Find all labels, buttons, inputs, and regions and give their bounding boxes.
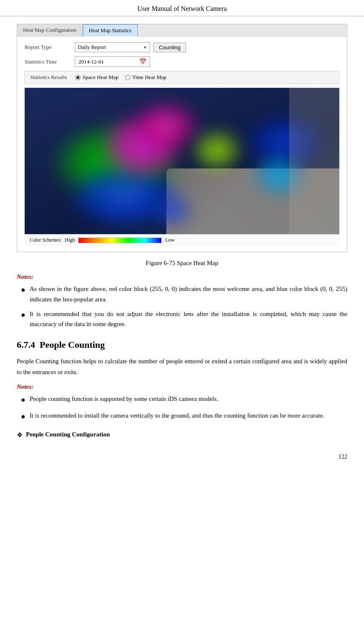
- heatmap-image: [25, 88, 339, 234]
- list-item: ● It is recommended that you do not adju…: [21, 309, 347, 330]
- notes-list-2: ● People counting function is supported …: [21, 394, 347, 423]
- calendar-icon: 📅: [139, 58, 146, 65]
- time-heat-map-option[interactable]: Time Heat Map: [125, 74, 166, 81]
- notes-section-1: Notes: ● As shown in the figure above, r…: [17, 273, 347, 329]
- bullet-icon: ●: [21, 284, 25, 296]
- statistics-results-bar: Statistics Results Space Heat Map Time H…: [25, 71, 339, 84]
- color-scheme-bar: Color Schemes: High Low: [25, 234, 339, 246]
- bullet-icon: ●: [21, 309, 25, 321]
- high-label: High: [65, 237, 75, 243]
- notes-heading-1: Notes:: [17, 273, 347, 280]
- panel-body: Report Type Daily Report ▼ Counting Stat…: [17, 36, 347, 252]
- select-arrow-icon: ▼: [143, 45, 147, 50]
- statistics-time-row: Statistics Time 2014-12-01 📅: [25, 56, 339, 67]
- gradient-bar: [78, 237, 162, 243]
- list-item: ● People counting function is supported …: [21, 394, 347, 406]
- people-counting-config-label: People Counting Configuration: [26, 429, 110, 440]
- counting-button[interactable]: Counting: [153, 43, 186, 52]
- diamond-icon: ❖: [17, 430, 23, 441]
- body-paragraph: People Counting function helps to calcul…: [17, 356, 347, 377]
- notes-list-1: ● As shown in the figure above, red colo…: [21, 284, 347, 329]
- tab-heat-map-stats[interactable]: Heat Map Statistics: [83, 24, 138, 36]
- notes-heading-2: Notes:: [17, 383, 347, 390]
- diamond-item: ❖ People Counting Configuration: [17, 429, 347, 441]
- notes-section-2: Notes: ● People counting function is sup…: [17, 383, 347, 423]
- space-heat-map-radio[interactable]: [75, 75, 81, 80]
- color-scheme-label: Color Schemes:: [30, 237, 61, 243]
- space-heat-map-option[interactable]: Space Heat Map: [75, 74, 118, 81]
- ui-panel: Heat Map Configuration Heat Map Statisti…: [17, 24, 347, 252]
- figure-caption: Figure 6-75 Space Heat Map: [17, 260, 347, 267]
- page-title: User Manual of Network Camera: [137, 5, 227, 12]
- tab-heat-map-config[interactable]: Heat Map Configuration: [17, 24, 83, 36]
- section-heading: 6.7.4 People Counting: [17, 339, 347, 350]
- heat-map-radio-group: Space Heat Map Time Heat Map: [75, 74, 166, 81]
- bullet-icon: ●: [21, 411, 25, 423]
- page-content: Heat Map Configuration Heat Map Statisti…: [0, 24, 364, 441]
- statistics-time-label: Statistics Time: [25, 59, 75, 65]
- page-header: User Manual of Network Camera: [0, 0, 364, 16]
- list-item: ● As shown in the figure above, red colo…: [21, 284, 347, 305]
- stats-results-label: Statistics Results: [30, 74, 67, 81]
- report-type-row: Report Type Daily Report ▼ Counting: [25, 42, 339, 52]
- low-label: Low: [165, 237, 174, 243]
- bullet-icon: ●: [21, 394, 25, 406]
- report-type-select[interactable]: Daily Report ▼: [75, 42, 150, 52]
- tab-bar: Heat Map Configuration Heat Map Statisti…: [17, 24, 347, 36]
- report-type-controls: Daily Report ▼ Counting: [75, 42, 186, 52]
- page-number: 122: [0, 449, 364, 464]
- list-item: ● It is recommended to install the camer…: [21, 411, 347, 423]
- report-type-label: Report Type: [25, 44, 75, 51]
- statistics-time-input[interactable]: 2014-12-01 📅: [75, 56, 150, 67]
- time-heat-map-radio[interactable]: [125, 75, 130, 80]
